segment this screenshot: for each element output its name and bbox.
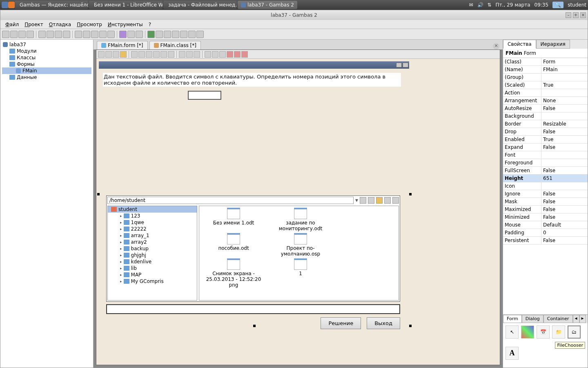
property-row[interactable]: IgnoreFalse	[503, 190, 588, 198]
view-mode-icon[interactable]	[392, 197, 399, 204]
task-button[interactable]: Gambas — Яндекс: нашёлс…	[15, 1, 88, 9]
property-row[interactable]: MaximizedFalse	[503, 206, 588, 213]
fontchooser-tool-icon[interactable]: A	[506, 347, 519, 360]
same-width-icon[interactable]	[234, 51, 241, 58]
tab-properties[interactable]: Свойства	[503, 40, 536, 49]
form-close-icon[interactable]	[403, 63, 408, 67]
editor-tab-class[interactable]: FMain.class [*]	[149, 41, 201, 49]
shortcut-icon[interactable]	[63, 31, 70, 38]
file-item[interactable]: 1	[268, 258, 333, 288]
menu-help[interactable]: ?	[146, 21, 154, 28]
project-root[interactable]: laba37	[2, 41, 91, 48]
menu-view[interactable]: Просмотр	[74, 21, 105, 28]
paste2-icon[interactable]	[160, 51, 167, 58]
search-tray-icon[interactable]: 🔍	[552, 2, 564, 8]
menu-project[interactable]: Проект	[22, 21, 46, 28]
open-icon[interactable]	[10, 31, 18, 38]
property-row[interactable]: (Class)Form	[503, 58, 588, 66]
toolbox-scroll-left-icon[interactable]: ◂	[573, 315, 579, 323]
dir-item[interactable]: ▸kdenlive	[108, 258, 197, 265]
resize-handle[interactable]	[409, 193, 412, 195]
char-input[interactable]	[188, 91, 221, 100]
reload-form-icon[interactable]	[105, 51, 112, 58]
property-row[interactable]: AutoResizeFalse	[503, 105, 588, 112]
form-design-area[interactable]: Дан текстовый файл. Вводится символ с кл…	[96, 59, 500, 365]
menu-tools[interactable]: Инструменты	[105, 21, 145, 28]
tab-hierarchy[interactable]: Иерархия	[536, 40, 570, 49]
make-exec-icon[interactable]	[91, 31, 98, 38]
close-button[interactable]: ×	[580, 12, 586, 18]
paste-icon[interactable]	[113, 51, 119, 58]
align-bottom-icon[interactable]	[227, 51, 233, 58]
property-row[interactable]: Font	[503, 151, 588, 159]
property-row[interactable]: Height651	[503, 175, 588, 182]
project-folder-forms[interactable]: Формы	[2, 61, 91, 67]
datechooser-tool-icon[interactable]: 📅	[537, 325, 550, 339]
new-dir-icon[interactable]	[384, 197, 391, 204]
toolbox-tab-form[interactable]: Form	[503, 315, 522, 323]
path-input[interactable]	[107, 197, 354, 204]
align-left-icon[interactable]	[205, 51, 211, 58]
step-into-icon[interactable]	[180, 31, 187, 38]
firefox-icon[interactable]	[8, 2, 15, 8]
solve-button[interactable]: Решение	[321, 317, 361, 329]
refresh-icon[interactable]	[47, 31, 54, 38]
same-height-icon[interactable]	[241, 51, 248, 58]
property-row[interactable]: MouseDefault	[503, 221, 588, 229]
dir-item[interactable]: ▸My GCompris	[108, 278, 197, 285]
task-button[interactable]: Без имени 1 - LibreOffice W…	[89, 1, 163, 9]
translate-icon[interactable]	[119, 31, 127, 38]
property-row[interactable]: Background	[503, 112, 588, 120]
refresh-dir-icon[interactable]	[368, 197, 374, 204]
property-row[interactable]: BorderResizable	[503, 120, 588, 128]
resize-handle[interactable]	[97, 193, 100, 195]
mail-icon[interactable]: ✉	[469, 2, 473, 8]
filechooser-tool-icon[interactable]: 🗂	[568, 325, 581, 339]
property-row[interactable]: FullScreenFalse	[503, 167, 588, 175]
pointer-tool-icon[interactable]: ↖	[506, 325, 519, 339]
property-row[interactable]: MaskFalse	[503, 198, 588, 206]
dir-item[interactable]: ▸123	[108, 213, 197, 219]
toolbox-tab-container[interactable]: Container	[543, 315, 573, 323]
volume-icon[interactable]: 🔊	[477, 2, 483, 8]
until-icon[interactable]	[196, 31, 204, 38]
file-chooser[interactable]: ▼ student	[106, 195, 400, 302]
dropdown-icon[interactable]: ▼	[355, 198, 358, 202]
find-icon[interactable]	[107, 31, 115, 38]
property-row[interactable]: Foreground	[503, 159, 588, 167]
lock-icon[interactable]	[120, 51, 127, 58]
property-row[interactable]: (Name)FMain	[503, 66, 588, 74]
file-item[interactable]: задание по мониторингу.odt	[268, 208, 333, 231]
toolbox-tab-dialog[interactable]: Dialog	[522, 315, 543, 323]
undo-icon[interactable]	[131, 51, 138, 58]
dir-item[interactable]: ▸1qwe	[108, 219, 197, 226]
toggle-grid-icon[interactable]	[194, 51, 200, 58]
toolbox-scroll-right-icon[interactable]: ▸	[579, 315, 586, 323]
dir-item[interactable]: ▸ghjghj	[108, 252, 197, 258]
make-archive-icon[interactable]	[99, 31, 107, 38]
property-row[interactable]: Action	[503, 89, 588, 97]
maximize-button[interactable]: +	[573, 12, 579, 18]
project-tree[interactable]: laba37 Модули Классы Формы FMain Данные	[0, 40, 94, 368]
property-row[interactable]: ArrangementNone	[503, 97, 588, 105]
app-launcher-icon[interactable]	[2, 2, 8, 8]
run-icon[interactable]	[147, 31, 155, 38]
clock-time[interactable]: 09:35	[535, 2, 549, 8]
align-right-icon[interactable]	[212, 51, 218, 58]
stack-icon[interactable]	[136, 31, 143, 38]
project-folder-modules[interactable]: Модули	[2, 48, 91, 54]
clock-date[interactable]: Пт., 29 марта	[496, 2, 530, 8]
user-menu[interactable]: student	[568, 2, 586, 8]
project-folder-classes[interactable]: Классы	[2, 54, 91, 61]
delete-icon[interactable]	[168, 51, 174, 58]
menu-debug[interactable]: Отладка	[47, 21, 74, 28]
preferences-icon[interactable]	[55, 31, 62, 38]
directory-tree[interactable]: student ▸123 ▸1qwe ▸22222 ▸array_1 ▸arra…	[107, 206, 197, 301]
save-icon[interactable]	[18, 31, 26, 38]
property-row[interactable]: PersistentFalse	[503, 237, 588, 245]
property-row[interactable]: (Group)	[503, 74, 588, 81]
close-tab-icon[interactable]: ×	[493, 43, 499, 49]
editor-tab-form[interactable]: FMain.form [*]	[97, 41, 148, 49]
minimize-button[interactable]: –	[566, 12, 571, 18]
menu-editor-icon[interactable]	[179, 51, 185, 58]
